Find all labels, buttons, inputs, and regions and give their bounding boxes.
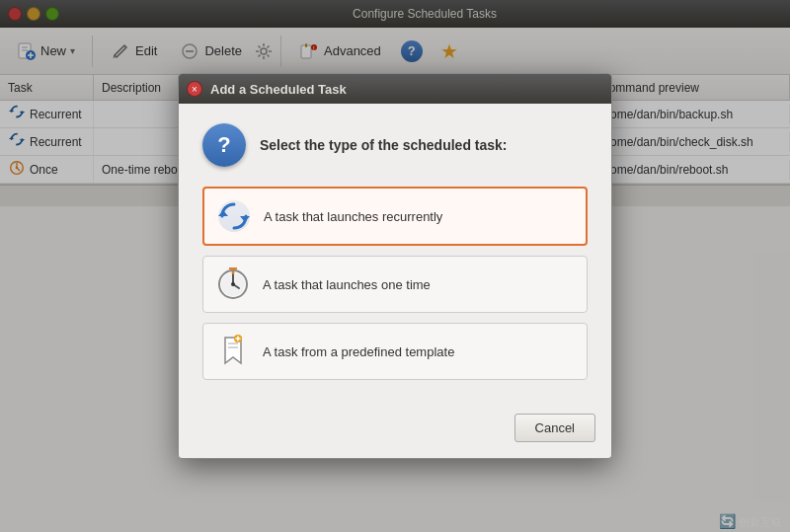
question-icon: ? <box>202 123 246 167</box>
dialog-titlebar: × Add a Scheduled Task <box>179 74 611 104</box>
cancel-button[interactable]: Cancel <box>514 414 595 442</box>
bookmark-option-icon <box>215 334 251 369</box>
dialog-close-button[interactable]: × <box>187 81 202 97</box>
modal-overlay: × Add a Scheduled Task ? Select the type… <box>0 0 790 532</box>
option-template-label: A task from a predefined template <box>263 344 454 359</box>
dialog-prompt: Select the type of the scheduled task: <box>260 137 508 153</box>
svg-point-29 <box>231 282 235 286</box>
dialog-header-row: ? Select the type of the scheduled task: <box>202 123 588 167</box>
clock-option-icon <box>215 266 251 302</box>
recurrent-option-icon <box>216 198 252 234</box>
add-task-dialog: × Add a Scheduled Task ? Select the type… <box>178 73 612 459</box>
option-once-label: A task that launches one time <box>263 277 431 292</box>
option-once-button[interactable]: A task that launches one time <box>202 256 588 313</box>
svg-point-30 <box>232 271 235 274</box>
dialog-body: ? Select the type of the scheduled task: <box>179 104 611 406</box>
option-template-button[interactable]: A task from a predefined template <box>202 323 588 380</box>
option-recurrent-button[interactable]: A task that launches recurrently <box>202 187 588 246</box>
option-recurrent-label: A task that launches recurrently <box>264 209 442 224</box>
dialog-title: Add a Scheduled Task <box>210 82 347 97</box>
dialog-footer: Cancel <box>179 406 611 458</box>
